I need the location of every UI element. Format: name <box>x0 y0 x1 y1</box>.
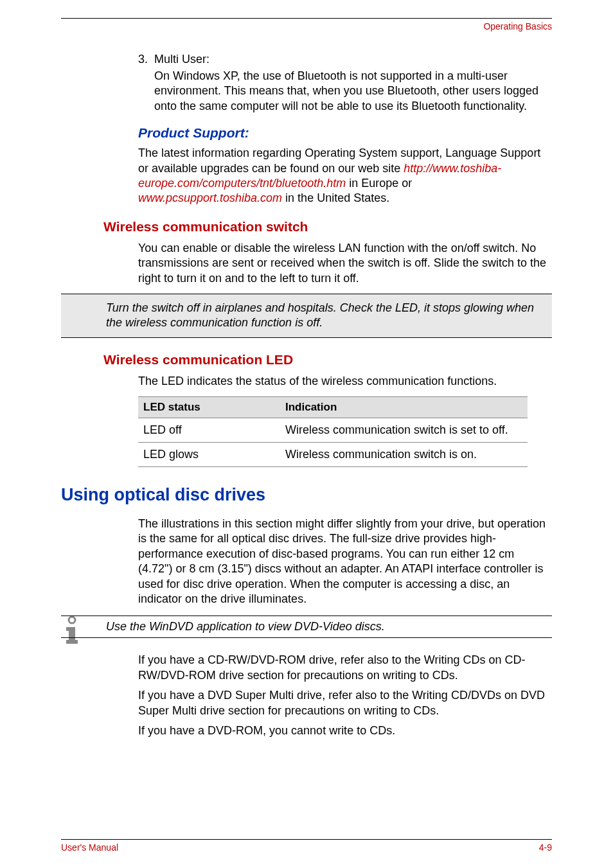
page-header: Operating Basics <box>61 18 552 31</box>
table-row: LED glows Wireless communication switch … <box>138 443 528 467</box>
note-followup-2: If you have a DVD Super Multi drive, ref… <box>138 688 548 718</box>
warning-text: Turn the switch off in airplanes and hos… <box>106 301 548 331</box>
product-support-heading: Product Support: <box>138 125 552 141</box>
product-support-body: The latest information regarding Operati… <box>138 146 548 206</box>
ps-link-us[interactable]: www.pcsupport.toshiba.com <box>138 191 282 204</box>
list-item-label: Multi User: <box>154 53 552 66</box>
footer-manual: User's Manual <box>61 842 118 853</box>
led-status-table: LED status Indication LED off Wireless c… <box>138 396 528 467</box>
cell-led-status: LED glows <box>141 448 285 461</box>
ps-mid: in Europe or <box>346 177 412 190</box>
section-title: Operating Basics <box>483 21 552 31</box>
list-item-body: On Windows XP, the use of Bluetooth is n… <box>154 69 552 114</box>
note-box: Use the WinDVD application to view DVD-V… <box>61 616 552 638</box>
table-row: LED off Wireless communication switch is… <box>138 418 528 443</box>
col-indication: Indication <box>285 401 525 414</box>
optical-drives-heading: Using optical disc drives <box>61 485 552 505</box>
ps-tail: in the United States. <box>282 191 389 204</box>
wireless-switch-heading: Wireless communication switch <box>103 219 552 235</box>
cell-indication: Wireless communication switch is on. <box>285 448 525 461</box>
note-callout: Use the WinDVD application to view DVD-V… <box>61 616 552 648</box>
note-followup-1: If you have a CD-RW/DVD-ROM drive, refer… <box>138 653 548 683</box>
optical-drives-body: The illustrations in this section might … <box>138 517 548 607</box>
page-content: 3. Multi User: On Windows XP, the use of… <box>61 53 552 738</box>
list-number: 3. <box>138 53 148 66</box>
cell-led-status: LED off <box>141 423 285 437</box>
note-followup-3: If you have a DVD-ROM, you cannot write … <box>138 723 548 738</box>
warning-box: Turn the switch off in airplanes and hos… <box>61 294 552 338</box>
cell-indication: Wireless communication switch is set to … <box>285 423 525 437</box>
note-text: Use the WinDVD application to view DVD-V… <box>106 620 548 633</box>
footer-page-number: 4-9 <box>539 842 552 853</box>
wireless-led-body: The LED indicates the status of the wire… <box>138 374 548 389</box>
table-header-row: LED status Indication <box>138 396 528 418</box>
warning-callout: Turn the switch off in airplanes and hos… <box>61 294 552 338</box>
wireless-switch-body: You can enable or disable the wireless L… <box>138 241 548 286</box>
col-led-status: LED status <box>141 401 285 414</box>
wireless-led-heading: Wireless communication LED <box>103 352 552 368</box>
page-footer: User's Manual 4-9 <box>61 839 552 853</box>
